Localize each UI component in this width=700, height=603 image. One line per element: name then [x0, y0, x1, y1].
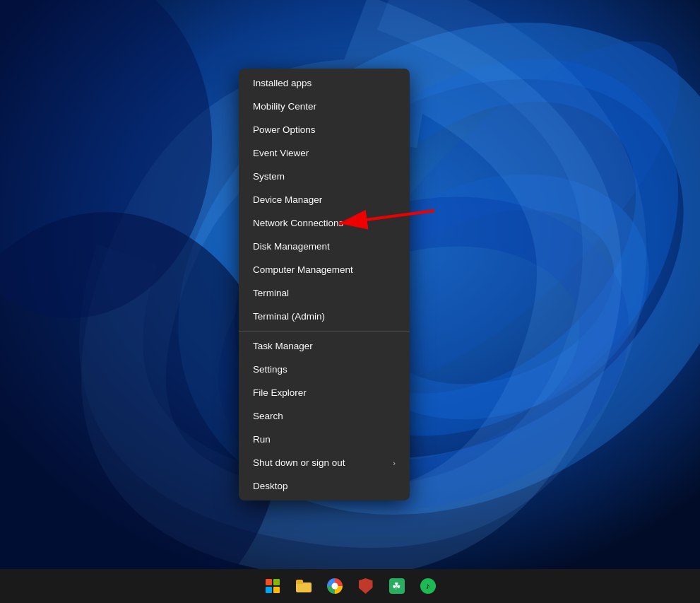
menu-item-terminal-admin[interactable]: Terminal (Admin): [239, 305, 410, 328]
spotify-taskbar-icon[interactable]: [415, 573, 441, 599]
menu-item-search[interactable]: Search: [239, 404, 410, 428]
menu-item-label-desktop: Desktop: [253, 481, 288, 491]
menu-item-label-power-options: Power Options: [253, 124, 316, 135]
menu-item-desktop[interactable]: Desktop: [239, 474, 410, 498]
menu-item-task-manager[interactable]: Task Manager: [239, 334, 410, 358]
menu-item-mobility-center[interactable]: Mobility Center: [239, 95, 410, 118]
menu-item-label-mobility-center: Mobility Center: [253, 101, 316, 112]
green-app-icon: ☘: [389, 578, 405, 594]
menu-item-settings[interactable]: Settings: [239, 358, 410, 381]
chrome-icon: [327, 578, 343, 594]
menu-item-label-terminal: Terminal: [253, 288, 289, 298]
menu-item-computer-management[interactable]: Computer Management: [239, 258, 410, 281]
menu-item-label-search: Search: [253, 411, 283, 421]
spotify-icon: [420, 578, 436, 594]
shield-icon: [359, 578, 373, 594]
menu-item-label-network-connections: Network Connections: [253, 218, 343, 228]
menu-item-label-task-manager: Task Manager: [253, 341, 313, 351]
menu-item-event-viewer[interactable]: Event Viewer: [239, 141, 410, 165]
menu-item-label-terminal-admin: Terminal (Admin): [253, 311, 325, 322]
menu-item-power-options[interactable]: Power Options: [239, 118, 410, 141]
green-app-taskbar-icon[interactable]: ☘: [384, 573, 410, 599]
menu-divider: [239, 331, 410, 332]
menu-item-label-event-viewer: Event Viewer: [253, 148, 309, 158]
menu-item-label-settings: Settings: [253, 364, 287, 375]
menu-item-label-file-explorer: File Explorer: [253, 387, 307, 398]
menu-item-installed-apps[interactable]: Installed apps: [239, 71, 410, 95]
menu-item-terminal[interactable]: Terminal: [239, 281, 410, 305]
menu-item-label-disk-management: Disk Management: [253, 241, 330, 252]
menu-item-label-device-manager: Device Manager: [253, 194, 322, 205]
security-taskbar-icon[interactable]: [353, 573, 379, 599]
menu-item-run[interactable]: Run: [239, 428, 410, 451]
menu-item-system[interactable]: System: [239, 165, 410, 188]
start-button[interactable]: [260, 573, 285, 599]
menu-item-device-manager[interactable]: Device Manager: [239, 188, 410, 211]
menu-item-network-connections[interactable]: Network Connections: [239, 211, 410, 235]
chrome-taskbar-icon[interactable]: [322, 573, 348, 599]
menu-item-label-system: System: [253, 171, 285, 182]
menu-item-label-installed-apps: Installed apps: [253, 78, 312, 88]
menu-item-disk-management[interactable]: Disk Management: [239, 235, 410, 258]
folder-icon: [296, 580, 312, 592]
menu-item-label-shut-down-sign-out: Shut down or sign out: [253, 457, 345, 468]
windows-logo-icon: [266, 579, 280, 593]
chevron-right-icon: ›: [393, 459, 396, 467]
taskbar: ☘: [0, 569, 700, 603]
menu-item-shut-down-sign-out[interactable]: Shut down or sign out›: [239, 451, 410, 474]
menu-item-label-run: Run: [253, 434, 271, 445]
context-menu: Installed appsMobility CenterPower Optio…: [239, 69, 410, 500]
file-explorer-taskbar-icon[interactable]: [291, 573, 316, 599]
menu-item-label-computer-management: Computer Management: [253, 264, 353, 275]
menu-item-file-explorer[interactable]: File Explorer: [239, 381, 410, 404]
